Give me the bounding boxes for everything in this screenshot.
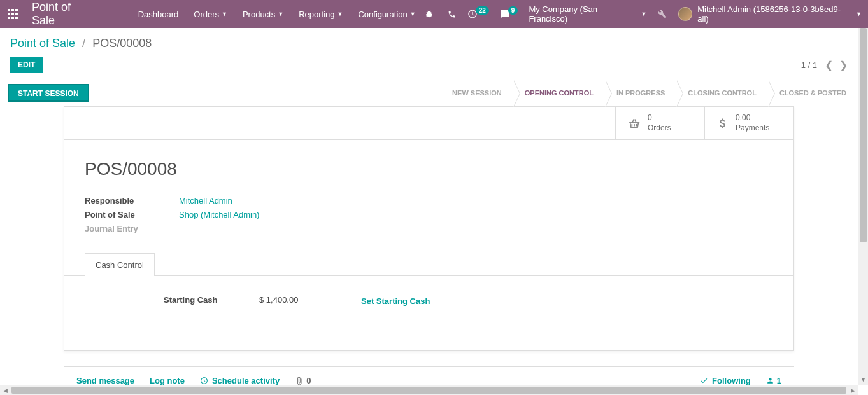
svg-rect-8 xyxy=(15,17,18,19)
pager: 1 / 1 ❮ ❯ xyxy=(801,59,848,71)
start-session-button[interactable]: START SESSION xyxy=(8,84,89,102)
stat-payments-label: Payments xyxy=(736,123,769,134)
clock-icon xyxy=(200,377,208,385)
messages-badge: 9 xyxy=(508,6,518,15)
following-button[interactable]: Following xyxy=(700,376,751,385)
stage-closed-posted[interactable]: CLOSED & POSTED xyxy=(768,80,858,106)
stat-orders-count: 0 xyxy=(648,113,671,123)
company-selector[interactable]: My Company (San Francisco) ▼ xyxy=(529,4,646,24)
nav-products[interactable]: Products▼ xyxy=(236,6,290,23)
field-journal-entry: Journal Entry xyxy=(85,224,441,233)
scroll-thumb[interactable] xyxy=(11,387,846,394)
pager-next-icon[interactable]: ❯ xyxy=(839,59,848,71)
schedule-activity-link[interactable]: Schedule activity xyxy=(200,376,280,385)
tab-content: Starting Cash $ 1,400.00 Set Starting Ca… xyxy=(64,276,793,338)
stat-orders-label: Orders xyxy=(648,123,671,134)
stage-closing-control[interactable]: CLOSING CONTROL xyxy=(676,80,768,106)
pos-label: Point of Sale xyxy=(85,210,179,219)
paperclip-icon xyxy=(295,377,304,385)
chevron-down-icon: ▼ xyxy=(641,11,646,17)
user-menu[interactable]: Mitchell Admin (1586256-13-0-3b8ed9-all)… xyxy=(678,4,862,24)
activity-badge: 22 xyxy=(476,6,489,15)
stat-payments-button[interactable]: 0.00 Payments xyxy=(704,107,793,139)
chevron-down-icon: ▼ xyxy=(278,11,283,17)
scroll-right-icon[interactable]: ▶ xyxy=(848,385,858,395)
form-sheet: 0 Orders 0.00 Payments POS/00008 xyxy=(64,106,794,351)
breadcrumb: Point of Sale / POS/00008 xyxy=(10,37,152,50)
tabs: Cash Control Starting Cash $ 1,400.00 Se… xyxy=(64,253,793,338)
tools-icon[interactable] xyxy=(655,7,669,21)
following-label: Following xyxy=(712,376,751,385)
followers-button[interactable]: 1 xyxy=(766,376,781,385)
activity-indicator[interactable]: 22 xyxy=(467,9,491,19)
attachments-count: 0 xyxy=(306,376,311,385)
edit-button[interactable]: EDIT xyxy=(10,57,43,73)
field-responsible: Responsible Mitchell Admin xyxy=(85,196,441,205)
svg-rect-6 xyxy=(8,17,10,19)
horizontal-scrollbar[interactable]: ◀ ▶ xyxy=(0,385,858,395)
chevron-down-icon: ▼ xyxy=(338,11,343,17)
scroll-left-icon[interactable]: ◀ xyxy=(0,385,10,395)
messages-indicator[interactable]: 9 xyxy=(500,9,520,19)
attachments-button[interactable]: 0 xyxy=(295,376,311,385)
nav-right: 22 9 My Company (San Francisco) ▼ Mitche… xyxy=(422,4,862,24)
stat-orders-button[interactable]: 0 Orders xyxy=(615,107,704,139)
brand-title[interactable]: Point of Sale xyxy=(32,1,97,27)
nav-orders-label: Orders xyxy=(194,10,219,19)
svg-rect-2 xyxy=(15,9,18,11)
chevron-down-icon: ▼ xyxy=(410,11,416,17)
basket-icon xyxy=(627,116,641,130)
nav-dashboard[interactable]: Dashboard xyxy=(132,6,185,23)
pos-value[interactable]: Shop (Mitchell Admin) xyxy=(179,210,259,219)
svg-rect-3 xyxy=(8,13,10,15)
journal-label: Journal Entry xyxy=(85,224,179,233)
status-bar: START SESSION NEW SESSION OPENING CONTRO… xyxy=(0,80,858,106)
tab-cash-control[interactable]: Cash Control xyxy=(85,253,155,276)
stage-new-session[interactable]: NEW SESSION xyxy=(441,80,513,106)
pager-prev-icon[interactable]: ❮ xyxy=(825,59,833,71)
scroll-down-icon[interactable]: ▼ xyxy=(858,375,868,385)
schedule-activity-label: Schedule activity xyxy=(212,376,280,385)
nav-configuration-label: Configuration xyxy=(358,10,407,19)
starting-cash-label: Starting Cash xyxy=(164,294,259,305)
log-note-link[interactable]: Log note xyxy=(150,376,185,385)
send-message-link[interactable]: Send message xyxy=(76,376,134,385)
vertical-scrollbar[interactable]: ▲ ▼ xyxy=(858,28,868,385)
pager-text: 1 / 1 xyxy=(801,60,817,70)
nav-menu: Dashboard Orders▼ Products▼ Reporting▼ C… xyxy=(132,6,422,23)
responsible-value[interactable]: Mitchell Admin xyxy=(179,196,232,205)
company-label: My Company (San Francisco) xyxy=(529,4,637,24)
svg-rect-0 xyxy=(8,9,10,11)
set-starting-cash-link[interactable]: Set Starting Cash xyxy=(361,296,430,306)
field-point-of-sale: Point of Sale Shop (Mitchell Admin) xyxy=(85,210,441,219)
breadcrumb-root[interactable]: Point of Sale xyxy=(10,37,75,50)
stat-payments-amount: 0.00 xyxy=(736,113,769,123)
stage-pipeline: NEW SESSION OPENING CONTROL IN PROGRESS … xyxy=(441,80,858,106)
nav-products-label: Products xyxy=(243,10,275,19)
chatter: Send message Log note Schedule activity … xyxy=(64,366,794,385)
avatar xyxy=(678,7,692,21)
nav-reporting-label: Reporting xyxy=(299,10,334,19)
stage-in-progress[interactable]: IN PROGRESS xyxy=(605,80,676,106)
breadcrumb-row: Point of Sale / POS/00008 xyxy=(0,28,858,57)
phone-icon[interactable] xyxy=(445,8,459,21)
dollar-icon xyxy=(716,116,729,131)
nav-orders[interactable]: Orders▼ xyxy=(187,6,234,23)
followers-count: 1 xyxy=(777,376,781,385)
apps-icon[interactable] xyxy=(5,6,20,22)
svg-rect-1 xyxy=(11,9,14,11)
chevron-down-icon: ▼ xyxy=(222,11,227,17)
stage-opening-control[interactable]: OPENING CONTROL xyxy=(513,80,605,106)
nav-configuration[interactable]: Configuration▼ xyxy=(352,6,422,23)
stat-buttons: 0 Orders 0.00 Payments xyxy=(64,107,793,140)
chevron-down-icon: ▼ xyxy=(856,11,862,17)
top-navbar: Point of Sale Dashboard Orders▼ Products… xyxy=(0,0,868,28)
nav-reporting[interactable]: Reporting▼ xyxy=(292,6,349,23)
record-title: POS/00008 xyxy=(85,159,773,179)
svg-rect-5 xyxy=(15,13,18,15)
starting-cash-value: $ 1,400.00 xyxy=(259,294,361,305)
bug-icon[interactable] xyxy=(422,7,436,21)
scroll-thumb[interactable] xyxy=(860,28,867,242)
svg-rect-7 xyxy=(11,17,14,19)
check-icon xyxy=(700,377,708,385)
